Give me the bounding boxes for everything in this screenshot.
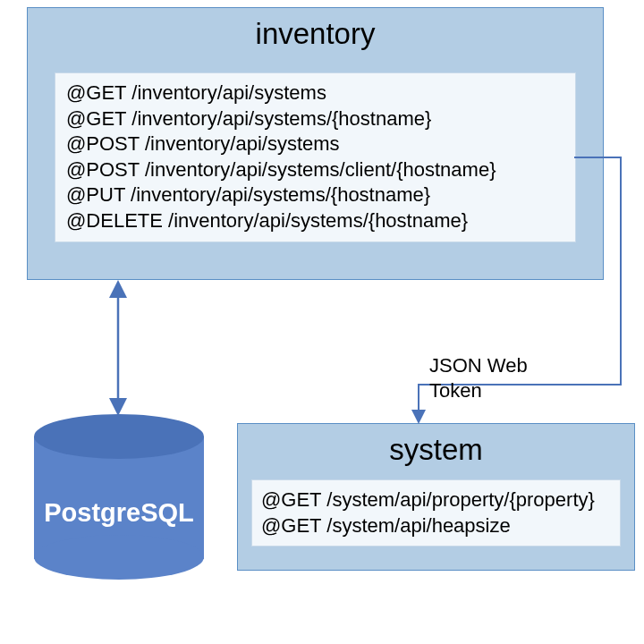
endpoint-row: @GET /inventory/api/systems/{hostname} [66, 106, 564, 132]
endpoint-row: @GET /system/api/property/{property} [261, 487, 611, 513]
endpoint-row: @POST /inventory/api/systems [66, 131, 564, 157]
jwt-connector-label: JSON Web Token [429, 353, 528, 402]
endpoint-row: @DELETE /inventory/api/systems/{hostname… [66, 208, 564, 234]
database-label: PostgreSQL [34, 498, 204, 528]
database-top-ellipse [34, 414, 204, 459]
system-endpoints-panel: @GET /system/api/property/{property} @GE… [251, 479, 621, 547]
inventory-title: inventory [28, 8, 603, 55]
database-bottom-ellipse [34, 535, 204, 580]
database-cylinder: PostgreSQL [34, 414, 204, 580]
diagram-container: inventory @GET /inventory/api/systems @G… [0, 0, 644, 644]
jwt-label-line2: Token [429, 378, 528, 403]
endpoint-row: @GET /system/api/heapsize [261, 513, 611, 539]
jwt-label-line1: JSON Web [429, 353, 528, 378]
system-title: system [238, 424, 634, 470]
endpoint-row: @GET /inventory/api/systems [66, 80, 564, 106]
system-service-box: system @GET /system/api/property/{proper… [237, 423, 635, 571]
inventory-endpoints-panel: @GET /inventory/api/systems @GET /invent… [55, 72, 576, 242]
endpoint-row: @PUT /inventory/api/systems/{hostname} [66, 182, 564, 208]
endpoint-row: @POST /inventory/api/systems/client/{hos… [66, 157, 564, 183]
inventory-service-box: inventory @GET /inventory/api/systems @G… [27, 7, 604, 280]
